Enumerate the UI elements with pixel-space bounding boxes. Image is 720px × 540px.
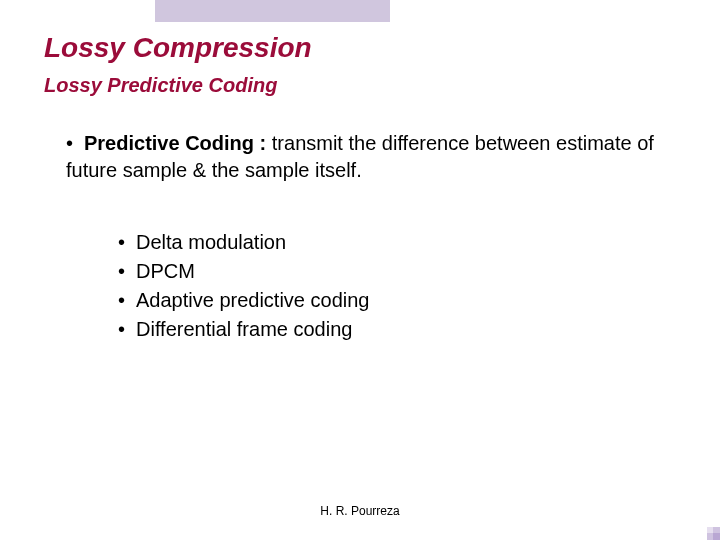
bullet-icon: • xyxy=(118,257,136,286)
list-item-label: Delta modulation xyxy=(136,231,286,253)
list-item-label: DPCM xyxy=(136,260,195,282)
list-item-label: Differential frame coding xyxy=(136,318,352,340)
bullet-icon: • xyxy=(118,228,136,257)
svg-rect-2 xyxy=(707,533,713,540)
footer-author: H. R. Pourreza xyxy=(0,504,720,518)
slide-subtitle: Lossy Predictive Coding xyxy=(44,74,277,97)
bullet-icon: • xyxy=(118,286,136,315)
list-item: •Adaptive predictive coding xyxy=(118,286,369,315)
svg-rect-1 xyxy=(713,527,720,533)
list-item-label: Adaptive predictive coding xyxy=(136,289,369,311)
svg-rect-0 xyxy=(707,527,713,533)
bullet-icon: • xyxy=(118,315,136,344)
top-accent-bar xyxy=(155,0,390,22)
lead-term: Predictive Coding : xyxy=(84,132,266,154)
corner-decoration-icon xyxy=(694,514,720,540)
sublist: •Delta modulation •DPCM •Adaptive predic… xyxy=(118,228,369,344)
bullet-icon: • xyxy=(66,130,84,157)
list-item: •Differential frame coding xyxy=(118,315,369,344)
list-item: •Delta modulation xyxy=(118,228,369,257)
list-item: •DPCM xyxy=(118,257,369,286)
svg-rect-3 xyxy=(713,533,720,540)
slide-title: Lossy Compression xyxy=(44,32,312,64)
body-paragraph: •Predictive Coding : transmit the differ… xyxy=(66,130,666,184)
